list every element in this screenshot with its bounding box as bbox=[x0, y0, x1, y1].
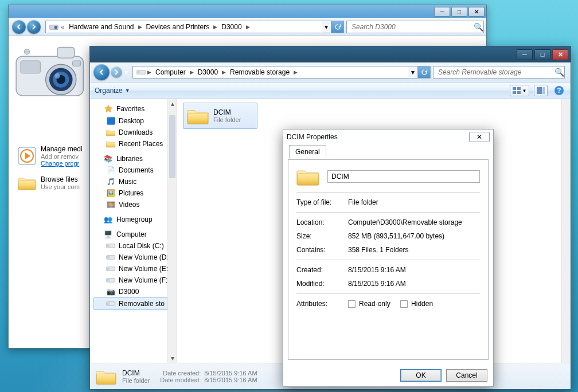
props-key: Attributes: bbox=[296, 300, 340, 309]
address-dropdown[interactable]: ▾ bbox=[408, 66, 417, 78]
nav-item-videos[interactable]: 🎞️Videos bbox=[93, 199, 168, 210]
scrollbar-thumb[interactable] bbox=[169, 115, 175, 178]
content-scrollbar[interactable] bbox=[561, 99, 571, 363]
cancel-button[interactable]: Cancel bbox=[446, 369, 487, 382]
address-bar[interactable]: « Hardware and Sound ▶ Devices and Print… bbox=[45, 21, 331, 33]
svg-rect-20 bbox=[517, 91, 521, 94]
svg-rect-17 bbox=[513, 87, 516, 90]
tile-kind: File folder bbox=[213, 116, 241, 123]
nav-item-volume-d[interactable]: New Volume (D:) bbox=[93, 252, 168, 263]
chevron-right-icon[interactable]: ▶ bbox=[188, 69, 196, 75]
chevron-right-icon[interactable]: ▶ bbox=[136, 24, 144, 30]
nav-item-pictures[interactable]: 🖼️Pictures bbox=[93, 187, 168, 199]
address-dropdown[interactable]: ▾ bbox=[322, 21, 331, 33]
folder-icon bbox=[296, 167, 319, 186]
nav-forward-button[interactable] bbox=[27, 20, 41, 34]
nav-back-button[interactable] bbox=[93, 64, 110, 80]
breadcrumb-segment[interactable]: Hardware and Sound bbox=[67, 23, 136, 31]
search-box[interactable]: 🔍 bbox=[433, 66, 565, 79]
tab-general[interactable]: General bbox=[289, 145, 326, 159]
devices-titlebar[interactable]: ─ □ ✕ bbox=[9, 5, 486, 18]
manage-media-action[interactable]: Manage medi Add or remov Change progr bbox=[14, 142, 88, 170]
close-button[interactable]: ✕ bbox=[552, 49, 568, 60]
search-box[interactable]: 🔍 bbox=[346, 21, 484, 33]
breadcrumb-segment[interactable]: Computer bbox=[153, 68, 188, 76]
props-value: 8/15/2015 9:16 AM bbox=[348, 280, 480, 288]
help-button[interactable]: ? bbox=[552, 85, 566, 96]
camera-small-icon bbox=[49, 22, 58, 32]
props-key: Location: bbox=[296, 218, 340, 226]
search-input[interactable] bbox=[350, 22, 471, 32]
breadcrumb-segment[interactable]: D3000 bbox=[219, 23, 244, 31]
properties-title: DCIM Properties bbox=[287, 133, 338, 141]
svg-rect-6 bbox=[57, 48, 75, 58]
folder-name-input[interactable] bbox=[327, 170, 480, 183]
breadcrumb-segment[interactable]: Removable storage bbox=[228, 68, 292, 76]
props-key: Size: bbox=[296, 232, 340, 240]
explorer-titlebar[interactable]: ─ □ ✕ bbox=[90, 46, 571, 62]
nav-section-libraries[interactable]: › 📚 Libraries bbox=[93, 153, 168, 164]
details-key: Date created: bbox=[160, 370, 201, 377]
scroll-up-button[interactable]: ▴ bbox=[168, 99, 177, 108]
view-options-button[interactable]: ▼ bbox=[510, 85, 529, 96]
close-button[interactable]: ✕ bbox=[468, 7, 485, 17]
minimize-button[interactable]: ─ bbox=[517, 49, 533, 60]
nav-section-homegroup[interactable]: › 👥 Homegroup bbox=[93, 214, 168, 225]
svg-point-14 bbox=[54, 73, 60, 79]
organize-menu[interactable]: Organize ▼ bbox=[95, 87, 130, 95]
breadcrumb-segment[interactable]: D3000 bbox=[196, 68, 220, 76]
svg-rect-8 bbox=[21, 61, 40, 73]
properties-dialog: DCIM Properties ✕ General Type of file: … bbox=[283, 129, 494, 387]
details-name: DCIM bbox=[122, 369, 150, 377]
close-button[interactable]: ✕ bbox=[469, 132, 490, 142]
nav-item-documents[interactable]: 📄Documents bbox=[93, 164, 168, 176]
properties-titlebar[interactable]: DCIM Properties ✕ bbox=[283, 130, 493, 144]
nav-section-favorites[interactable]: › Favorites bbox=[93, 103, 168, 115]
preview-pane-button[interactable] bbox=[534, 85, 548, 96]
nav-item-volume-e[interactable]: New Volume (E:) bbox=[93, 263, 168, 275]
svg-rect-9 bbox=[73, 61, 81, 66]
refresh-button[interactable] bbox=[418, 66, 431, 79]
refresh-button[interactable] bbox=[331, 21, 344, 33]
browse-files-action[interactable]: Browse files Use your com bbox=[14, 171, 88, 195]
nav-forward-button[interactable] bbox=[111, 66, 122, 78]
nav-back-button[interactable] bbox=[12, 20, 26, 34]
hidden-checkbox[interactable]: Hidden bbox=[400, 300, 433, 308]
svg-rect-18 bbox=[517, 87, 521, 90]
svg-rect-19 bbox=[513, 91, 516, 94]
details-key: Date modified: bbox=[160, 377, 201, 383]
navigation-pane[interactable]: › Favorites 🟦Desktop Downloads Recent Pl… bbox=[90, 99, 177, 363]
maximize-button[interactable]: □ bbox=[534, 49, 550, 60]
nav-item-removable-storage[interactable]: Removable sto bbox=[93, 297, 168, 310]
change-programs-link[interactable]: Change progr bbox=[41, 160, 83, 167]
chevron-right-icon[interactable]: ▶ bbox=[292, 69, 299, 75]
nav-item-volume-f[interactable]: New Volume (F:) bbox=[93, 275, 168, 286]
nav-item-music[interactable]: 🎵Music bbox=[93, 176, 168, 187]
folder-icon bbox=[96, 367, 116, 386]
nav-item-localdisk-c[interactable]: Local Disk (C:) bbox=[93, 240, 168, 252]
address-bar[interactable]: ▶ Computer ▶ D3000 ▶ Removable storage ▶… bbox=[132, 66, 418, 79]
navpane-scrollbar[interactable]: ▴ ▾ bbox=[167, 99, 177, 363]
folder-tile-dcim[interactable]: DCIM File folder bbox=[183, 103, 257, 129]
breadcrumb-segment[interactable]: Devices and Printers bbox=[144, 23, 212, 31]
search-input[interactable] bbox=[437, 68, 552, 77]
nav-item-recent[interactable]: Recent Places bbox=[93, 138, 168, 150]
drive-icon bbox=[136, 68, 146, 77]
nav-section-computer[interactable]: › 🖥️ Computer bbox=[93, 229, 168, 240]
nav-item-desktop[interactable]: 🟦Desktop bbox=[93, 115, 168, 127]
ok-button[interactable]: OK bbox=[400, 369, 442, 382]
nav-item-d3000[interactable]: 📷D3000 bbox=[93, 286, 168, 297]
chevron-right-icon[interactable]: ▶ bbox=[212, 24, 219, 30]
chevron-right-icon[interactable]: ▶ bbox=[244, 24, 252, 30]
minimize-button[interactable]: ─ bbox=[434, 7, 450, 17]
maximize-button[interactable]: □ bbox=[451, 7, 467, 17]
camera-device-icon[interactable] bbox=[14, 42, 86, 102]
scroll-down-button[interactable]: ▾ bbox=[168, 354, 177, 363]
readonly-checkbox[interactable]: Read-only bbox=[348, 300, 390, 308]
props-key: Type of file: bbox=[296, 198, 340, 206]
nav-item-downloads[interactable]: Downloads bbox=[93, 127, 168, 138]
chevron-down-icon: ▼ bbox=[125, 88, 130, 93]
chevron-right-icon[interactable]: ▶ bbox=[146, 69, 153, 75]
chevron-right-icon[interactable]: ▶ bbox=[220, 69, 228, 75]
history-dropdown[interactable]: ▾ bbox=[124, 68, 128, 76]
